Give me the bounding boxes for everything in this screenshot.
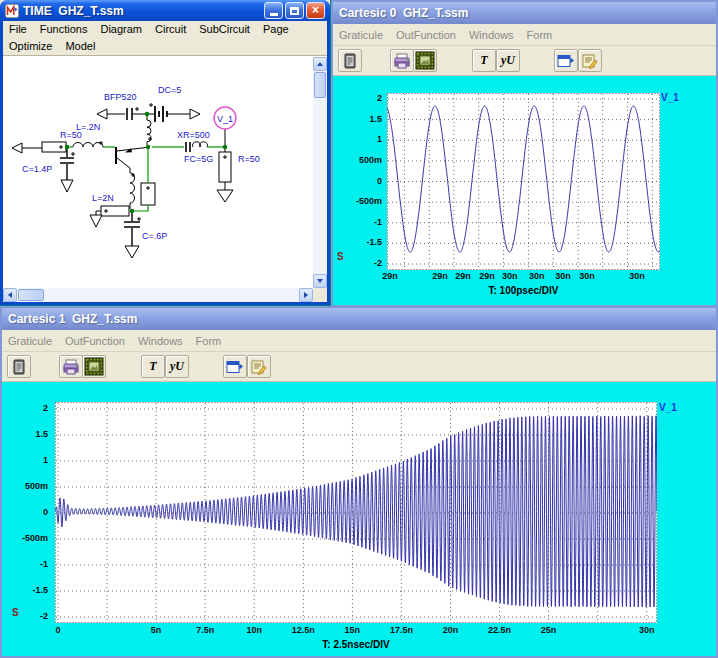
toolbar-notepad-icon[interactable] xyxy=(247,355,271,378)
menu-item-form[interactable]: Form xyxy=(527,24,553,46)
x-tick-label: 17.5n xyxy=(381,625,421,635)
circuit-schematic[interactable]: BFP520DC=5L=.2NR=50C=1.4PXR=500FC=5GR=50… xyxy=(3,57,313,289)
toolbar-print-icon[interactable] xyxy=(59,355,83,378)
titlebar-cartesic-0[interactable]: Cartesic 0 GHZ_T.ssm xyxy=(333,2,716,24)
menu-item-graticule[interactable]: Graticule xyxy=(8,330,52,352)
resize-grip[interactable] xyxy=(313,288,327,302)
y-tick-label: 500m xyxy=(8,481,48,491)
toolbar-yu-axis-button[interactable]: yU xyxy=(496,49,520,72)
menubar-row2: OptimizeModel xyxy=(3,38,327,55)
y-tick-label: -1 xyxy=(342,217,382,227)
waveform-trace-V_1 xyxy=(55,416,657,607)
menu-item-functions[interactable]: Functions xyxy=(40,21,88,38)
y-tick-label: 2 xyxy=(342,93,382,103)
titlebar-cartesic-1[interactable]: Cartesic 1 GHZ_T.ssm xyxy=(2,308,716,330)
menubar-row1: FileFunctionsDiagramCircuitSubCircuitPag… xyxy=(3,21,327,38)
titlebar-time[interactable]: TIME GHZ_T.ssm × xyxy=(0,0,330,21)
x-axis-title-plot0: T: 100psec/DIV xyxy=(387,285,660,296)
toolbar-report-icon[interactable] xyxy=(338,49,362,72)
menu-item-page[interactable]: Page xyxy=(263,21,289,38)
window-title: Cartesic 1 GHZ_T.ssm xyxy=(8,312,137,326)
toolbar-report-icon[interactable] xyxy=(7,355,31,378)
menu-item-diagram[interactable]: Diagram xyxy=(100,21,142,38)
menu-item-windows[interactable]: Windows xyxy=(138,330,183,352)
toolbar-time-axis-button[interactable]: T xyxy=(472,49,496,72)
x-tick-label: 30n xyxy=(617,271,657,281)
menu-item-file[interactable]: File xyxy=(9,21,27,38)
x-tick-label: 30n xyxy=(627,625,667,635)
horizontal-scrollbar[interactable] xyxy=(3,288,313,302)
window-title: TIME GHZ_T.ssm xyxy=(23,4,124,18)
menu-item-model[interactable]: Model xyxy=(65,38,95,55)
plot-area-cart1[interactable] xyxy=(55,402,657,623)
toolbar-button-label: T xyxy=(480,53,487,68)
scroll-left-arrow[interactable] xyxy=(3,288,17,302)
y-tick-label: -1 xyxy=(8,559,48,569)
minimize-button[interactable] xyxy=(264,2,283,19)
x-tick-label: 5n xyxy=(136,625,176,635)
close-button[interactable]: × xyxy=(306,2,325,19)
y-tick-label: -500m xyxy=(8,533,48,543)
x-tick-label: 25n xyxy=(529,625,569,635)
menu-item-outfunction[interactable]: OutFunction xyxy=(396,24,456,46)
component-label: C=1.4P xyxy=(22,164,52,174)
window-time-schematic: TIME GHZ_T.ssm × FileFunctionsDiagramCir… xyxy=(0,0,330,305)
toolbar-time-axis-button[interactable]: T xyxy=(141,355,165,378)
waveform-trace-V_1 xyxy=(387,106,660,252)
window-title: Cartesic 0 GHZ_T.ssm xyxy=(339,6,468,20)
menu-item-outfunction[interactable]: OutFunction xyxy=(65,330,125,352)
x-tick-label: 29n xyxy=(370,271,410,281)
menubar-cartesic-1: GraticuleOutFunctionWindowsForm xyxy=(2,330,716,352)
component-label: DC=5 xyxy=(158,85,181,95)
y-tick-label: -1.5 xyxy=(8,585,48,595)
toolbar-window-icon[interactable] xyxy=(223,355,247,378)
toolbar-picture-frame-icon[interactable] xyxy=(413,49,437,72)
menu-item-subcircuit[interactable]: SubCircuit xyxy=(199,21,250,38)
y-tick-label: -500m xyxy=(342,196,382,206)
y-tick-label: 0 xyxy=(8,507,48,517)
component-label: FC=5G xyxy=(184,154,213,164)
toolbar-yu-axis-button[interactable]: yU xyxy=(165,355,189,378)
vscroll-thumb[interactable] xyxy=(314,72,326,98)
scroll-down-arrow[interactable] xyxy=(313,274,327,288)
component-label: BFP520 xyxy=(104,92,137,102)
y-tick-label: 1 xyxy=(342,134,382,144)
hscroll-thumb[interactable] xyxy=(18,289,44,301)
y-tick-label: 0 xyxy=(342,176,382,186)
menu-item-optimize[interactable]: Optimize xyxy=(9,38,52,55)
menubar-cartesic-0: GraticuleOutFunctionWindowsForm xyxy=(333,24,716,46)
menu-item-circuit[interactable]: Circuit xyxy=(155,21,186,38)
x-tick-label: 30n xyxy=(567,271,607,281)
maximize-button[interactable] xyxy=(285,2,304,19)
plot-area-cart0[interactable] xyxy=(387,93,660,270)
toolbar-notepad-icon[interactable] xyxy=(578,49,602,72)
component-label: XR=500 xyxy=(177,130,210,140)
y-tick-label: -2 xyxy=(8,611,48,621)
toolbar-window-icon[interactable] xyxy=(554,49,578,72)
x-tick-label: 7.5n xyxy=(185,625,225,635)
y-tick-label: 2 xyxy=(8,403,48,413)
y-tick-label: -1.5 xyxy=(342,237,382,247)
toolbar-print-icon[interactable] xyxy=(390,49,414,72)
schematic-canvas[interactable]: BFP520DC=5L=.2NR=50C=1.4PXR=500FC=5GR=50… xyxy=(3,55,327,302)
toolbar-cartesic-0: TyU xyxy=(333,46,716,76)
toolbar-picture-frame-icon[interactable] xyxy=(82,355,106,378)
scroll-right-arrow[interactable] xyxy=(299,288,313,302)
toolbar-cartesic-1: TyU xyxy=(2,352,716,382)
y-tick-label: -2 xyxy=(342,258,382,268)
y-tick-label: 1 xyxy=(8,455,48,465)
x-tick-label: 15n xyxy=(332,625,372,635)
menu-item-graticule[interactable]: Graticule xyxy=(339,24,383,46)
legend-v1-plot0: V_1 xyxy=(661,92,679,103)
menu-item-form[interactable]: Form xyxy=(196,330,222,352)
menu-item-windows[interactable]: Windows xyxy=(469,24,514,46)
vertical-scrollbar[interactable] xyxy=(313,57,327,288)
scroll-up-arrow[interactable] xyxy=(313,57,327,71)
x-tick-label: 0 xyxy=(38,625,78,635)
legend-v1-plot1: V_1 xyxy=(659,402,677,413)
schematic-wires xyxy=(12,103,236,258)
desktop: TIME GHZ_T.ssm × FileFunctionsDiagramCir… xyxy=(0,0,718,658)
component-label: R=50 xyxy=(60,130,82,140)
app-icon xyxy=(5,4,19,18)
component-label: V_1 xyxy=(217,114,233,124)
